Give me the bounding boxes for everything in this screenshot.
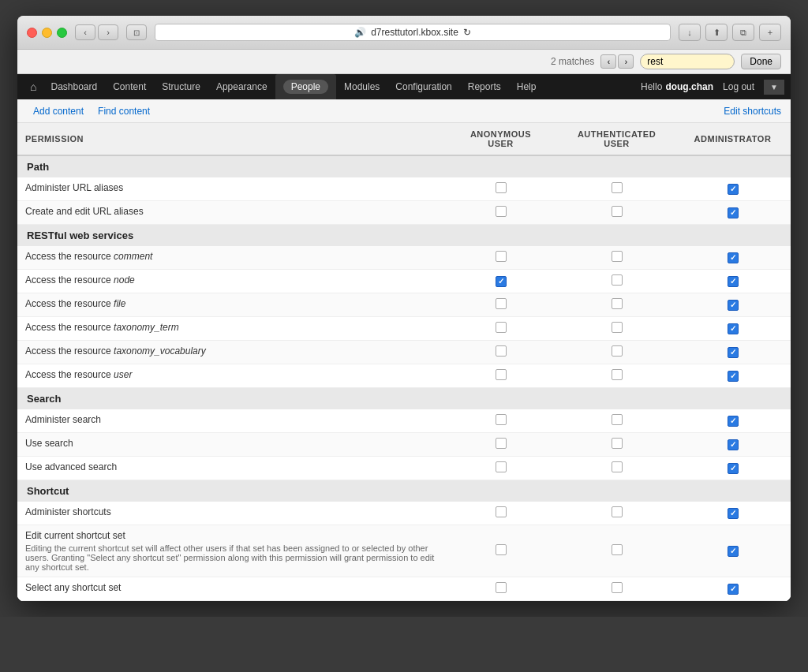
section-header: Shortcut: [17, 480, 791, 502]
nav-people[interactable]: People: [275, 74, 336, 99]
find-input[interactable]: [640, 54, 735, 69]
permission-checkbox[interactable]: [728, 323, 739, 334]
share-button[interactable]: ⬆: [705, 24, 728, 41]
admin-cell: [675, 341, 791, 364]
permission-checkbox[interactable]: [496, 345, 507, 357]
nav-dashboard[interactable]: Dashboard: [43, 74, 105, 99]
username-text[interactable]: doug.chan: [665, 81, 713, 92]
permission-checkbox[interactable]: [496, 414, 507, 425]
permission-checkbox[interactable]: [728, 546, 739, 557]
scroll-wrapper[interactable]: PERMISSION ANONYMOUSUSER AUTHENTICATEDUS…: [17, 123, 791, 601]
admin-nav: ⌂ Dashboard Content Structure Appearance…: [17, 74, 791, 99]
permission-checkbox[interactable]: [728, 439, 739, 450]
reload-icon[interactable]: ↻: [463, 27, 471, 38]
permission-checkbox[interactable]: [496, 276, 507, 287]
permission-checkbox[interactable]: [612, 369, 623, 380]
find-done-button[interactable]: Done: [741, 54, 781, 69]
nav-reports[interactable]: Reports: [460, 74, 509, 99]
admin-cell: [675, 577, 791, 601]
close-button[interactable]: [27, 28, 37, 38]
permission-checkbox[interactable]: [728, 584, 739, 595]
permission-checkbox[interactable]: [612, 461, 623, 472]
reader-button[interactable]: ⊡: [126, 24, 147, 40]
admin-menu-arrow[interactable]: ▼: [764, 80, 784, 95]
find-next-button[interactable]: ›: [618, 54, 634, 69]
permission-checkbox[interactable]: [496, 506, 507, 517]
url-text: d7resttutorl.kbox.site: [371, 27, 458, 38]
perm-label: Use advanced search: [25, 461, 117, 472]
address-bar[interactable]: 🔊 d7resttutorl.kbox.site ↻: [155, 24, 671, 41]
permission-checkbox[interactable]: [496, 251, 507, 262]
download-button[interactable]: ↓: [679, 24, 701, 41]
permission-checkbox[interactable]: [612, 506, 623, 517]
admin-nav-right: Hello doug.chan Log out ▼: [641, 80, 784, 95]
permission-checkbox[interactable]: [612, 274, 623, 286]
permission-checkbox[interactable]: [496, 182, 507, 193]
new-tab-button[interactable]: +: [759, 24, 781, 41]
permission-checkbox[interactable]: [612, 251, 623, 262]
admin-cell: [675, 246, 791, 270]
table-row: Create and edit URL aliases: [17, 201, 791, 225]
anonymous-cell: [443, 341, 559, 364]
permission-checkbox[interactable]: [728, 300, 739, 311]
perm-label: Administer search: [25, 414, 101, 425]
home-icon[interactable]: ⌂: [24, 80, 43, 93]
tabs-button[interactable]: ⧉: [732, 24, 754, 41]
permission-checkbox[interactable]: [612, 345, 623, 357]
nav-content[interactable]: Content: [105, 74, 154, 99]
nav-structure[interactable]: Structure: [154, 74, 208, 99]
permission-checkbox[interactable]: [728, 371, 739, 382]
permission-checkbox[interactable]: [728, 463, 739, 474]
find-prev-button[interactable]: ‹: [600, 54, 616, 69]
permission-checkbox[interactable]: [728, 252, 739, 263]
maximize-button[interactable]: [57, 28, 67, 38]
permission-checkbox[interactable]: [496, 298, 507, 309]
permission-checkbox[interactable]: [496, 544, 507, 555]
minimize-button[interactable]: [42, 28, 52, 38]
authenticated-cell: [559, 433, 675, 457]
permission-checkbox[interactable]: [612, 298, 623, 309]
permission-checkbox[interactable]: [496, 322, 507, 333]
anonymous-cell: [443, 317, 559, 341]
back-button[interactable]: ‹: [75, 24, 95, 40]
nav-modules[interactable]: Modules: [336, 74, 387, 99]
permission-checkbox[interactable]: [496, 369, 507, 380]
edit-shortcuts-link[interactable]: Edit shortcuts: [724, 106, 781, 117]
permission-checkbox[interactable]: [728, 508, 739, 519]
add-content-link[interactable]: Add content: [27, 106, 90, 117]
permission-checkbox[interactable]: [496, 206, 507, 217]
perm-label-cell: Use advanced search: [17, 457, 443, 480]
permission-checkbox[interactable]: [612, 582, 623, 593]
permission-checkbox[interactable]: [612, 206, 623, 217]
table-row: Access the resource file: [17, 293, 791, 317]
permission-checkbox[interactable]: [728, 416, 739, 427]
permission-checkbox[interactable]: [612, 322, 623, 333]
forward-button[interactable]: ›: [98, 24, 118, 40]
table-row: Access the resource node: [17, 270, 791, 293]
permission-checkbox[interactable]: [612, 544, 623, 555]
nav-help[interactable]: Help: [509, 74, 544, 99]
admin-cell: [675, 433, 791, 457]
permission-checkbox[interactable]: [496, 461, 507, 472]
permission-checkbox[interactable]: [728, 207, 739, 218]
permission-checkbox[interactable]: [496, 582, 507, 593]
permissions-body: Path Administer URL aliases Create and e…: [17, 155, 791, 601]
permission-checkbox[interactable]: [612, 414, 623, 425]
logout-link[interactable]: Log out: [716, 81, 761, 92]
admin-cell: [675, 177, 791, 201]
authenticated-cell: [559, 364, 675, 388]
audio-icon: 🔊: [354, 27, 366, 38]
permission-checkbox[interactable]: [728, 276, 739, 287]
permission-checkbox[interactable]: [728, 347, 739, 358]
table-row: Edit current shortcut set Editing the cu…: [17, 525, 791, 577]
nav-appearance[interactable]: Appearance: [208, 74, 275, 99]
permission-checkbox[interactable]: [612, 438, 623, 449]
find-nav: ‹ ›: [600, 54, 634, 69]
permission-checkbox[interactable]: [728, 184, 739, 195]
find-content-link[interactable]: Find content: [92, 106, 156, 117]
permission-checkbox[interactable]: [612, 182, 623, 193]
nav-buttons: ‹ ›: [75, 24, 118, 40]
permission-checkbox[interactable]: [496, 438, 507, 449]
perm-label-cell: Edit current shortcut set Editing the cu…: [17, 525, 443, 577]
nav-configuration[interactable]: Configuration: [387, 74, 459, 99]
